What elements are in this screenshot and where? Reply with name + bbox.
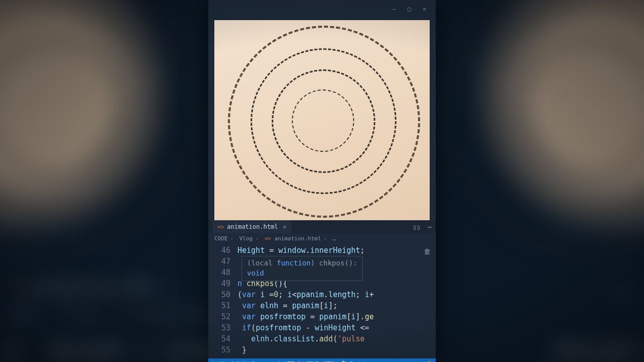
tab-filename: animation.html [227, 223, 278, 230]
gutter-46: 46 [208, 245, 237, 256]
crumb-file[interactable]: animation.html [274, 235, 321, 242]
crumb-code[interactable]: CODE [214, 235, 228, 242]
code-line-51: var elnh = ppanim[i]; [237, 300, 338, 311]
tooltip-line1-prefix: (local [247, 259, 277, 267]
bg-code-right: rHeight; chkpos(): [536, 333, 644, 362]
window-minimize-button[interactable]: – [392, 6, 398, 12]
tooltip-line1-kw: function [277, 259, 310, 267]
gutter-51: 51 [208, 300, 237, 311]
gutter-47: 47 [208, 256, 237, 267]
intellisense-tooltip: (local function) chkpos(): void [242, 256, 363, 281]
bg-tab-label: animation.html [28, 279, 156, 297]
code-editor[interactable]: 🗑 46Height = window.innerHeight; 47 48 4… [208, 244, 436, 358]
close-icon: × [167, 280, 175, 295]
html-icon: <> [265, 235, 271, 242]
status-golive[interactable]: 📡 Go Live [342, 360, 372, 363]
status-bar: Ln 1, Col 1 Spaces: 4 UTF-8 CRLF HTML 📡 … [208, 358, 436, 362]
breadcrumb[interactable]: CODE› Vlog› <> animation.html› … [208, 233, 436, 244]
editor-tabbar: <> animation.html × ▯▯ ⋯ [208, 220, 436, 233]
code-line-46: Height = window.innerHeight; [237, 245, 365, 256]
trash-icon[interactable]: 🗑 [424, 246, 431, 257]
bg-tab: <> animation.html × [7, 279, 175, 297]
animation-preview [214, 20, 430, 220]
gutter-53: 53 [208, 322, 237, 333]
crumb-vlog[interactable]: Vlog [239, 235, 253, 242]
ring-inner [292, 89, 354, 152]
gutter-55: 55 [208, 344, 237, 355]
split-editor-icon: ▯▯ [614, 283, 631, 299]
bg-layout-icons: ▯▯ ⋯ [614, 283, 644, 299]
code-line-53: if(posfromtop - winHeight <= [237, 322, 369, 333]
tab-close-icon[interactable]: × [283, 224, 286, 230]
code-line-52: var posfromtop = ppanim[i].ge [237, 311, 374, 322]
tooltip-line1-suffix: ) chkpos(): [310, 259, 357, 267]
bg-gutter-46: 46 [0, 337, 23, 362]
gutter-48: 48 [208, 267, 237, 278]
gutter-49: 49 [208, 278, 237, 289]
foreground-window: – ▢ × <> animation.html × ▯▯ ⋯ CODE› Vlo… [208, 0, 436, 362]
window-maximize-button[interactable]: ▢ [408, 6, 414, 12]
window-titlebar: – ▢ × [208, 0, 436, 17]
bg-crumb-1: CODE [7, 308, 38, 323]
code-line-55: } [237, 344, 247, 355]
tooltip-line2: void [247, 269, 264, 277]
status-bell-icon[interactable]: 🔔 [426, 360, 433, 363]
code-line-54: elnh.classList.add('pulse [237, 333, 365, 344]
split-editor-icon[interactable]: ▯▯ [413, 223, 421, 231]
code-line-50: (var i =0; i<ppanim.length; i+ [237, 289, 374, 300]
bg-breadcrumb: CODE› Vlog› <> animation. [7, 308, 221, 323]
html-icon: <> [7, 280, 23, 295]
bg-editor-chrome: <> animation.html × CODE› Vlog› <> anima… [7, 279, 221, 322]
gutter-54: 54 [208, 333, 237, 344]
gutter-52: 52 [208, 311, 237, 322]
bg-crumb-2: Vlog [63, 308, 94, 323]
crumb-ellipsis[interactable]: … [333, 235, 336, 242]
more-actions-icon[interactable]: ⋯ [428, 223, 432, 231]
html-icon: <> [217, 224, 224, 230]
editor-tab-animation[interactable]: <> animation.html × [212, 220, 291, 233]
gutter-50: 50 [208, 289, 237, 300]
window-close-button[interactable]: × [423, 6, 429, 12]
